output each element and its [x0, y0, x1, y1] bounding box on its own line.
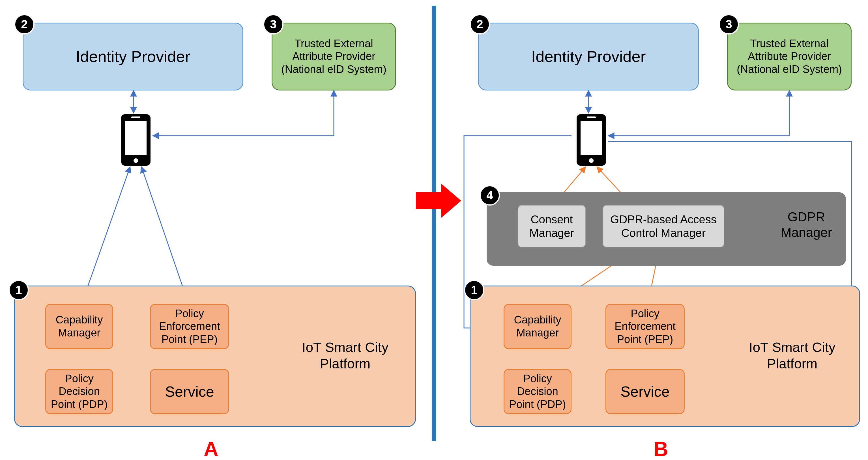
- pdp-box-b: Policy Decision Point (PDP): [504, 369, 571, 414]
- svg-marker-1: [441, 184, 461, 218]
- badge-1-a: 1: [8, 280, 29, 300]
- panel-label-a: A: [204, 437, 218, 460]
- pdp-box-a: Policy Decision Point (PDP): [45, 369, 113, 414]
- consent-manager-box: Consent Manager: [518, 205, 586, 248]
- attr-line3-a: (National eID System): [281, 63, 386, 76]
- svg-line-4: [142, 167, 188, 302]
- capability-manager-box-b: Capability Manager: [504, 304, 571, 349]
- svg-rect-0: [416, 192, 441, 209]
- gdpr-manager-title: GDPR Manager: [775, 209, 837, 240]
- panel-label-b: B: [654, 437, 668, 460]
- iot-platform-title-a: IoT Smart City Platform: [288, 339, 402, 372]
- badge-2-b: 2: [470, 14, 490, 34]
- svg-rect-16: [125, 121, 147, 155]
- capability-manager-box-a: Capability Manager: [45, 304, 113, 349]
- pep-box-b: Policy Enforcement Point (PEP): [606, 304, 685, 349]
- badge-2-a: 2: [14, 14, 34, 34]
- identity-provider-title-a: Identity Provider: [76, 47, 190, 66]
- smartphone-icon-b: [574, 113, 608, 167]
- service-box-b: Service: [606, 369, 685, 414]
- gdpr-access-control-box: GDPR-based Access Control Manager: [602, 205, 724, 248]
- attr-line3-b: (National eID System): [737, 63, 842, 76]
- smartphone-icon-a: [119, 113, 153, 167]
- attr-line2-b: Attribute Provider: [748, 50, 831, 63]
- svg-rect-20: [581, 121, 602, 155]
- svg-point-21: [589, 158, 594, 163]
- attr-line2-a: Attribute Provider: [292, 50, 375, 63]
- attribute-provider-box-b: Trusted External Attribute Provider (Nat…: [727, 23, 851, 91]
- service-box-a: Service: [150, 369, 229, 414]
- svg-rect-18: [131, 117, 140, 118]
- badge-4-b: 4: [479, 185, 500, 205]
- pep-box-a: Policy Enforcement Point (PEP): [150, 304, 229, 349]
- attr-line1-b: Trusted External: [750, 37, 828, 50]
- iot-platform-title-b: IoT Smart City Platform: [736, 339, 849, 372]
- badge-3-a: 3: [263, 14, 283, 34]
- svg-line-3: [82, 167, 130, 302]
- identity-provider-title-b: Identity Provider: [531, 47, 646, 66]
- identity-provider-box-b: Identity Provider: [478, 23, 699, 91]
- svg-rect-22: [587, 117, 596, 118]
- svg-point-17: [133, 158, 138, 163]
- badge-1-b: 1: [464, 280, 484, 300]
- attribute-provider-box-a: Trusted External Attribute Provider (Nat…: [272, 23, 396, 91]
- attr-line1-a: Trusted External: [294, 37, 373, 50]
- badge-3-b: 3: [719, 14, 739, 34]
- identity-provider-box-a: Identity Provider: [23, 23, 243, 91]
- red-transition-arrow: [416, 184, 461, 218]
